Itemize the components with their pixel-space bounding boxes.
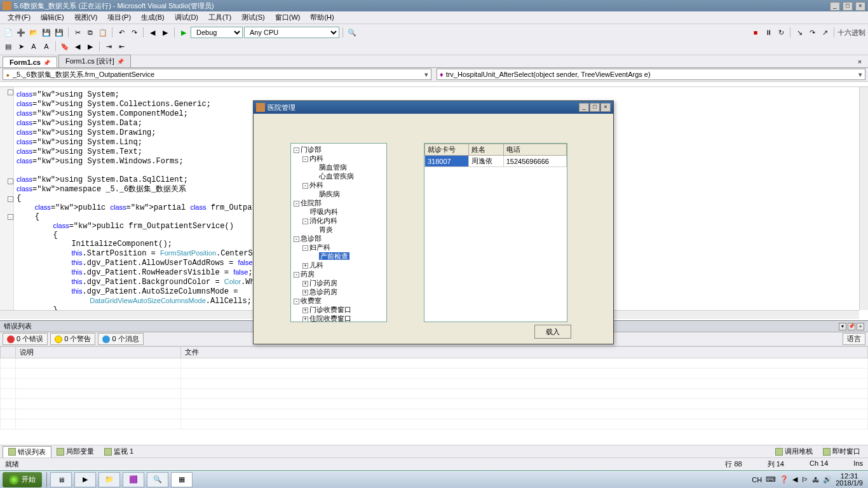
tab-callstack[interactable]: 调用堆栈: [770, 446, 818, 457]
fold-icon[interactable]: -: [8, 90, 13, 95]
tree-node-label[interactable]: 心血管疾病: [319, 172, 354, 180]
hex-label[interactable]: 十六进制: [837, 28, 865, 37]
bookmark-icon[interactable]: 🔖: [59, 41, 71, 52]
tree-expander-icon[interactable]: -: [294, 236, 299, 242]
tree-node-label[interactable]: 急诊药房: [309, 288, 337, 295]
tray-expand-icon[interactable]: ◀: [792, 475, 797, 484]
tree-node-label[interactable]: 呼吸内科: [310, 208, 338, 215]
tree-node[interactable]: +住院收费窗口: [292, 314, 385, 322]
nav-fwd-icon[interactable]: ▶: [159, 27, 171, 38]
indent-icon[interactable]: ⇥: [103, 41, 114, 52]
language-filter[interactable]: 语言: [843, 333, 865, 345]
new-project-icon[interactable]: 📄: [3, 27, 14, 38]
tree-node-label[interactable]: 妇产科: [309, 243, 330, 251]
tray-icon[interactable]: ❓: [780, 475, 789, 484]
comment-icon[interactable]: A: [28, 41, 39, 52]
dialog-maximize-button[interactable]: □: [590, 103, 600, 112]
dialog-titlebar[interactable]: 医院管理 _ □ ×: [254, 101, 613, 114]
vertical-scrollbar[interactable]: [859, 87, 868, 310]
menu-edit[interactable]: 编辑(E): [36, 11, 69, 24]
tree-node-label[interactable]: 门诊收费窗口: [309, 306, 351, 313]
outdent-icon[interactable]: ⇤: [116, 41, 127, 52]
step-out-icon[interactable]: ↗: [819, 27, 831, 38]
step-over-icon[interactable]: ↷: [806, 27, 818, 38]
tree-expander-icon[interactable]: +: [302, 316, 308, 322]
tab-form1-cs[interactable]: Form1.cs📌: [3, 57, 57, 67]
tree-node[interactable]: -外科: [292, 180, 385, 189]
tree-node[interactable]: -妇产科: [292, 243, 385, 252]
tree-expander-icon[interactable]: -: [302, 219, 308, 224]
tree-node[interactable]: 产前检查: [292, 252, 385, 261]
minimize-button[interactable]: _: [830, 2, 840, 11]
menu-build[interactable]: 生成(B): [136, 11, 170, 24]
tree-node[interactable]: -内科: [292, 154, 385, 163]
config-combo[interactable]: Debug: [191, 27, 243, 38]
tab-immediate[interactable]: 即时窗口: [818, 446, 865, 457]
tree-node-label[interactable]: 脑血管病: [319, 163, 347, 171]
taskbar-item[interactable]: 📁: [98, 472, 120, 487]
cut-icon[interactable]: ✂: [72, 27, 83, 38]
taskbar-item[interactable]: 🔍: [147, 472, 168, 487]
tab-watch[interactable]: 监视 1: [99, 446, 139, 457]
object-browser-icon[interactable]: ▤: [3, 41, 14, 52]
tree-node-label[interactable]: 内科: [309, 154, 323, 162]
tree-node-label[interactable]: 产前检查: [319, 252, 349, 260]
add-item-icon[interactable]: ➕: [15, 27, 27, 38]
col-name[interactable]: 姓名: [468, 144, 503, 156]
break-all-icon[interactable]: ⏸: [763, 27, 774, 38]
start-button[interactable]: 开始: [3, 472, 42, 487]
taskbar-item[interactable]: 🖥: [50, 472, 72, 487]
col-phone[interactable]: 电话: [503, 144, 566, 156]
close-doc-icon[interactable]: ×: [854, 56, 865, 67]
tree-node[interactable]: 呼吸内科: [292, 207, 385, 216]
table-row[interactable]: [1, 409, 868, 419]
tree-node[interactable]: +门诊药房: [292, 278, 385, 287]
tree-expander-icon[interactable]: -: [294, 147, 299, 153]
taskbar-item[interactable]: ▶: [74, 472, 96, 487]
load-button[interactable]: 载入: [534, 325, 571, 339]
tree-node[interactable]: -急诊部: [292, 234, 385, 243]
panel-dropdown-icon[interactable]: ▾: [839, 323, 846, 330]
hospital-treeview[interactable]: -门诊部-内科脑血管病心血管疾病-外科肠疾病-住院部呼吸内科-消化内科胃炎-急诊…: [290, 143, 387, 322]
tree-node-label[interactable]: 门诊药房: [309, 279, 337, 287]
taskbar-item-app[interactable]: ▦: [171, 472, 193, 487]
tree-node-label[interactable]: 儿科: [309, 261, 323, 269]
member-combo[interactable]: ♦trv_HospitalUnit_AfterSelect(object sen…: [437, 69, 865, 80]
tree-node[interactable]: -药房: [292, 269, 385, 278]
bookmark-prev-icon[interactable]: ◀: [72, 41, 83, 52]
taskbar-item[interactable]: 🟪: [123, 472, 144, 487]
tree-node-label[interactable]: 药房: [301, 270, 315, 278]
table-row[interactable]: 318007 周逸依 15245696666: [425, 156, 567, 167]
menu-help[interactable]: 帮助(H): [305, 11, 339, 24]
menu-tools[interactable]: 工具(T): [203, 11, 236, 24]
tree-expander-icon[interactable]: -: [294, 299, 299, 304]
col-description[interactable]: 说明: [16, 347, 181, 358]
tree-expander-icon[interactable]: -: [302, 156, 308, 162]
col-file[interactable]: 文件: [181, 347, 868, 358]
table-row[interactable]: [1, 419, 868, 430]
tree-node[interactable]: 心血管疾病: [292, 172, 385, 180]
uncomment-icon[interactable]: A: [41, 41, 52, 52]
bookmark-next-icon[interactable]: ▶: [85, 41, 96, 52]
tree-node-label[interactable]: 肠疾病: [319, 190, 340, 198]
tray-volume-icon[interactable]: 🔊: [823, 475, 832, 484]
tray-icon[interactable]: ⌨: [766, 475, 776, 484]
fold-icon[interactable]: -: [8, 179, 13, 184]
tree-node[interactable]: -门诊部: [292, 145, 385, 154]
ime-indicator[interactable]: CH: [752, 476, 762, 484]
tree-node-label[interactable]: 住院部: [301, 199, 322, 207]
tab-locals[interactable]: 局部变量: [51, 446, 99, 457]
copy-icon[interactable]: ⧉: [85, 27, 96, 38]
table-row[interactable]: [1, 399, 868, 409]
tree-expander-icon[interactable]: -: [302, 245, 308, 251]
menu-test[interactable]: 测试(S): [236, 11, 270, 24]
tree-expander-icon[interactable]: -: [294, 272, 299, 278]
save-icon[interactable]: 💾: [41, 27, 52, 38]
menu-debug[interactable]: 调试(D): [170, 11, 203, 24]
tree-node[interactable]: +儿科: [292, 261, 385, 269]
tree-expander-icon[interactable]: +: [302, 263, 308, 269]
error-grid[interactable]: 说明 文件: [0, 346, 868, 430]
tray-flag-icon[interactable]: 🏳: [801, 476, 808, 484]
tree-expander-icon[interactable]: -: [302, 183, 308, 189]
table-row[interactable]: [1, 389, 868, 399]
